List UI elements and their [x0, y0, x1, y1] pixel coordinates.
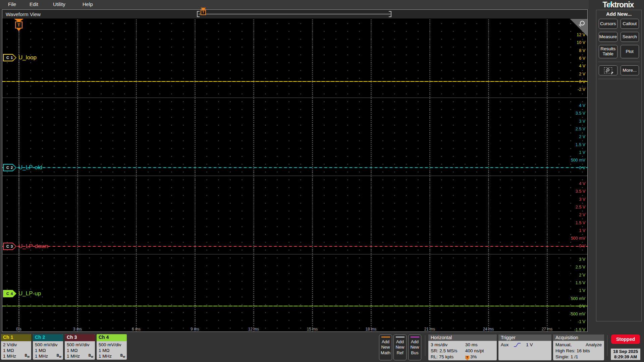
rising-edge-icon	[513, 342, 521, 348]
channel-3-card[interactable]: Ch 3 500 mV/div 1 MΩ 1 MHz BW	[65, 334, 95, 360]
axis-label: 4 V	[555, 103, 585, 108]
channel-1-handle[interactable]: C 1	[3, 54, 16, 61]
axis-label: 0 V	[555, 166, 585, 170]
cursors-button[interactable]: Cursors	[599, 19, 618, 29]
waveform-trace-ch2[interactable]	[2, 167, 587, 168]
channel-4-handle-label: C 4	[6, 292, 13, 296]
waveform-plot: T C 1 C 2 C 3 C 4 U_loop U_LP-old U_LP-d…	[2, 19, 587, 331]
ref-color-bar	[396, 337, 405, 338]
sidebar-separator	[598, 79, 640, 79]
waveform-view-header: Waveform View T	[2, 10, 587, 19]
trigger-position-icon: T	[465, 356, 469, 360]
bus-color-bar	[411, 337, 419, 338]
channel-2-impedance: 1 MΩ	[35, 348, 63, 353]
channel-3-scale-setting: 500 mV/div	[67, 342, 95, 348]
channel-4-scale: 3 V2.5 V2 V1.5 V1 V500 mV0 V-500 mV-1 V-…	[2, 19, 587, 331]
date-label: 18 Sep 2025	[611, 349, 640, 354]
slice-divider	[2, 176, 587, 176]
results-table-button[interactable]: Results Table	[599, 45, 618, 58]
add-new-panel: Add New... Cursors Callout Measure Searc…	[596, 10, 642, 321]
slice-divider	[2, 98, 587, 98]
axis-label: 2.5 V	[555, 265, 585, 269]
axis-label: 500 mV	[555, 158, 585, 163]
acquisition-single: Single: 1 /1	[555, 354, 602, 360]
run-stop-status[interactable]: Stopped	[611, 335, 640, 344]
callout-button[interactable]: Callout	[621, 19, 639, 29]
axis-label: 3 V	[555, 197, 585, 202]
axis-label: 500 mV	[555, 296, 585, 301]
slice-divider	[2, 254, 587, 254]
channel-3-name: U_LP-down	[18, 243, 48, 250]
channel-2-scale: 4 V3.5 V3 V2.5 V2 V1.5 V1 V500 mV0 V	[2, 19, 587, 331]
axis-label: 3 V	[555, 119, 585, 124]
channel-4-card[interactable]: Ch 4 500 mV/div 1 MΩ 1 MHz BW	[97, 334, 127, 360]
time-label: 8:29:39 AM	[611, 354, 640, 360]
zoom-select-button[interactable]	[599, 65, 618, 75]
overview-left-bracket[interactable]	[197, 11, 200, 17]
menu-file[interactable]: File	[8, 1, 16, 7]
channel-4-handle[interactable]: C 4	[3, 290, 16, 297]
time-tick-label: 27 ms	[535, 327, 559, 331]
zoom-corner-button[interactable]	[570, 19, 587, 36]
bandwidth-limit-icon: BW	[25, 354, 30, 358]
axis-label: 3.5 V	[555, 111, 585, 116]
channel-3-handle[interactable]: C 3	[3, 243, 16, 250]
axis-label: 500 mV	[555, 236, 585, 241]
axis-label: 1.5 V	[555, 221, 585, 225]
overview-trigger-marker[interactable]: T	[200, 8, 206, 15]
axis-label: 2.5 V	[555, 205, 585, 209]
settings-bar: Ch 1 2 V/div 1 MΩ 1 MHz BW Ch 2 500 mV/d…	[0, 333, 644, 362]
more-button[interactable]: More...	[621, 65, 639, 75]
waveform-trace-ch3[interactable]	[2, 246, 587, 247]
waveform-trace-ch4[interactable]	[2, 306, 587, 306]
menu-bar: File Edit Utility Help	[0, 0, 644, 9]
measure-button[interactable]: Measure	[599, 32, 618, 42]
channel-2-handle[interactable]: C 2	[3, 164, 16, 171]
menu-utility[interactable]: Utility	[53, 1, 65, 7]
magnifier-icon	[580, 21, 585, 25]
add-new-ref-button[interactable]: AddNewRef	[393, 335, 407, 360]
channel-4-scale-setting: 500 mV/div	[99, 342, 127, 348]
acquisition-panel-title: Acquisition	[553, 335, 604, 341]
channel-2-card[interactable]: Ch 2 500 mV/div 1 MΩ 1 MHz BW	[33, 334, 63, 360]
axis-label: 1 V	[555, 150, 585, 155]
resolution: 400 ns/pt	[465, 348, 484, 354]
channel-1-card[interactable]: Ch 1 2 V/div 1 MΩ 1 MHz BW	[1, 334, 31, 360]
add-new-math-button[interactable]: AddNewMath	[379, 335, 392, 360]
axis-label: 10 V	[555, 40, 585, 45]
bar-separator	[425, 335, 425, 356]
channel-4-name: U_LP-up	[18, 290, 41, 297]
channel-2-handle-label: C 2	[6, 166, 13, 170]
time-tick-label: 18 ms	[359, 327, 383, 331]
axis-label: 6 V	[555, 56, 585, 61]
acquisition-analyze: Analyze	[586, 342, 602, 348]
zoom-select-icon	[604, 67, 612, 73]
plot-button[interactable]: Plot	[621, 45, 639, 58]
axis-label: 1.5 V	[555, 142, 585, 147]
menu-edit[interactable]: Edit	[30, 1, 38, 7]
acquisition-panel[interactable]: Acquisition Manual,Analyze High Res: 16 …	[553, 335, 604, 360]
math-color-bar	[381, 337, 390, 338]
trigger-panel[interactable]: Trigger Aux 1 V	[498, 335, 551, 360]
overview-right-bracket[interactable]	[389, 11, 391, 17]
tektronix-logo: Tektronix	[595, 0, 641, 9]
time-tick-label: 15 ms	[301, 327, 324, 331]
axis-label: 3.5 V	[555, 189, 585, 194]
time-tick-label: 12 ms	[242, 327, 265, 331]
axis-label: -2 V	[555, 87, 585, 92]
menu-help[interactable]: Help	[83, 1, 93, 7]
sample-rate: SR: 2.5 MS/s	[431, 348, 465, 354]
channel-2-scale-setting: 500 mV/div	[35, 342, 63, 348]
overview-trigger-t-icon: T	[201, 10, 206, 15]
bandwidth-limit-icon: BW	[120, 354, 125, 358]
search-button[interactable]: Search	[621, 32, 639, 42]
horizontal-panel[interactable]: Horizontal 3 ms/div30 ms SR: 2.5 MS/s400…	[428, 335, 497, 360]
axis-label: 4 V	[555, 181, 585, 186]
waveform-trace-ch1[interactable]	[2, 81, 587, 82]
sidebar: Tektronix Add New... Cursors Callout Mea…	[589, 0, 644, 333]
trigger-marker[interactable]: T	[14, 19, 24, 31]
add-new-bus-button[interactable]: AddNewBus	[408, 335, 421, 360]
horizontal-duration: 30 ms	[465, 342, 478, 348]
time-tick-label: 21 ms	[418, 327, 441, 331]
datetime-display: 18 Sep 2025 8:29:39 AM	[611, 349, 640, 360]
